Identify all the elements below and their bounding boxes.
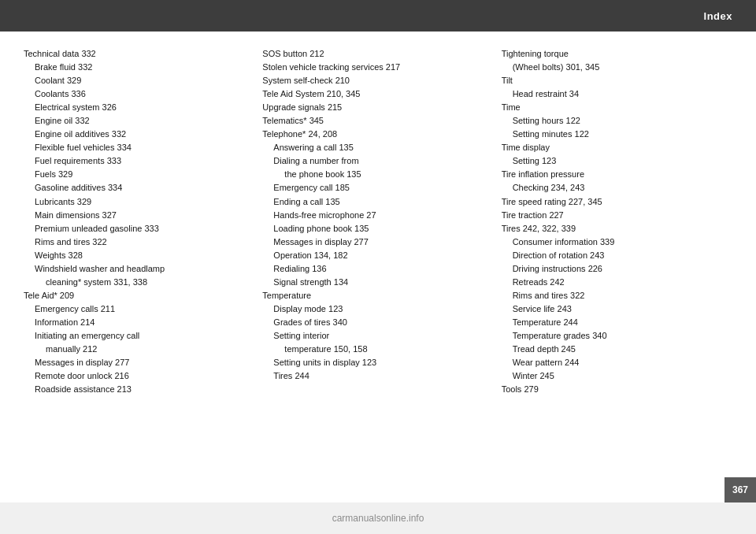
list-item: Operation 134, 182 — [262, 249, 485, 262]
list-item: Head restraint 34 — [502, 87, 724, 101]
list-item: Grades of tires 340 — [262, 316, 485, 329]
list-item: Windshield washer and headlamp — [24, 262, 246, 276]
list-item: Setting 123 — [502, 154, 724, 168]
page-number: 367 — [732, 484, 748, 495]
list-item: Electrical system 326 — [24, 101, 246, 114]
list-item: SOS button 212 — [262, 47, 485, 61]
column-3: Tightening torque(Wheel bolts) 301, 345T… — [494, 47, 732, 487]
list-item: Tire speed rating 227, 345 — [502, 195, 724, 209]
list-item: Retreads 242 — [502, 276, 724, 289]
page-container: Index Technical data 332Brake fluid 332C… — [0, 0, 756, 534]
list-item: Wear pattern 244 — [502, 356, 724, 369]
list-item: Tele Aid System 210, 345 — [262, 87, 485, 101]
list-item: Tire inflation pressure — [502, 168, 724, 181]
list-item: (Wheel bolts) 301, 345 — [502, 61, 724, 74]
list-item: Stolen vehicle tracking services 217 — [262, 61, 485, 74]
list-item: Time — [502, 101, 724, 114]
list-item: Ending a call 135 — [262, 195, 485, 209]
list-item: Remote door unlock 216 — [24, 369, 246, 383]
list-item: Signal strength 134 — [262, 276, 485, 289]
list-item: Messages in display 277 — [24, 356, 246, 369]
list-item: Answering a call 135 — [262, 141, 485, 154]
list-item: Dialing a number from — [262, 154, 485, 168]
list-item: Coolants 336 — [24, 87, 246, 101]
list-item: Rims and tires 322 — [24, 235, 246, 249]
column-1: Technical data 332Brake fluid 332Coolant… — [24, 47, 254, 487]
list-item: Emergency call 185 — [262, 181, 485, 195]
list-item: cleaning* system 331, 338 — [24, 276, 246, 289]
list-item: Technical data 332 — [24, 47, 246, 61]
list-item: Checking 234, 243 — [502, 181, 724, 195]
list-item: Telematics* 345 — [262, 114, 485, 128]
list-item: Emergency calls 211 — [24, 302, 246, 316]
list-item: Tilt — [502, 74, 724, 87]
list-item: Hands-free microphone 27 — [262, 209, 485, 222]
list-item: Coolant 329 — [24, 74, 246, 87]
list-item: Fuel requirements 333 — [24, 154, 246, 168]
list-item: Weights 328 — [24, 249, 246, 262]
list-item: Redialing 136 — [262, 262, 485, 276]
list-item: Gasoline additives 334 — [24, 181, 246, 195]
header-bar: Index — [0, 0, 756, 32]
list-item: Time display — [502, 141, 724, 154]
list-item: Engine oil additives 332 — [24, 128, 246, 141]
list-item: Service life 243 — [502, 302, 724, 316]
header-title: Index — [704, 10, 732, 22]
list-item: Main dimensions 327 — [24, 209, 246, 222]
list-item: Tools 279 — [502, 383, 724, 396]
list-item: Loading phone book 135 — [262, 222, 485, 235]
watermark-text: carmanualsonline.info — [332, 513, 424, 524]
list-item: Winter 245 — [502, 369, 724, 383]
list-item: Temperature — [262, 289, 485, 302]
list-item: Driving instructions 226 — [502, 262, 724, 276]
list-item: Information 214 — [24, 316, 246, 329]
column-2: SOS button 212Stolen vehicle tracking se… — [254, 47, 493, 487]
content-area: Technical data 332Brake fluid 332Coolant… — [0, 32, 756, 502]
list-item: Engine oil 332 — [24, 114, 246, 128]
list-item: Setting units in display 123 — [262, 356, 485, 369]
list-item: System self-check 210 — [262, 74, 485, 87]
list-item: Premium unleaded gasoline 333 — [24, 222, 246, 235]
list-item: Setting interior — [262, 329, 485, 343]
page-number-tab: 367 — [724, 477, 756, 502]
list-item: Consumer information 339 — [502, 235, 724, 249]
list-item: Display mode 123 — [262, 302, 485, 316]
list-item: Temperature grades 340 — [502, 329, 724, 343]
list-item: Direction of rotation 243 — [502, 249, 724, 262]
list-item: Roadside assistance 213 — [24, 383, 246, 396]
list-item: Setting hours 122 — [502, 114, 724, 128]
list-item: Rims and tires 322 — [502, 289, 724, 302]
list-item: Tightening torque — [502, 47, 724, 61]
list-item: Setting minutes 122 — [502, 128, 724, 141]
list-item: Fuels 329 — [24, 168, 246, 181]
list-item: Telephone* 24, 208 — [262, 128, 485, 141]
list-item: Temperature 244 — [502, 316, 724, 329]
list-item: Flexible fuel vehicles 334 — [24, 141, 246, 154]
list-item: Lubricants 329 — [24, 195, 246, 209]
list-item: temperature 150, 158 — [262, 343, 485, 356]
list-item: Tread depth 245 — [502, 343, 724, 356]
list-item: Tires 244 — [262, 369, 485, 383]
list-item: Brake fluid 332 — [24, 61, 246, 74]
bottom-bar: carmanualsonline.info — [0, 502, 756, 534]
list-item: Initiating an emergency call — [24, 329, 246, 343]
list-item: Tele Aid* 209 — [24, 289, 246, 302]
list-item: Messages in display 277 — [262, 235, 485, 249]
list-item: manually 212 — [24, 343, 246, 356]
list-item: Tires 242, 322, 339 — [502, 222, 724, 235]
list-item: the phone book 135 — [262, 168, 485, 181]
list-item: Tire traction 227 — [502, 209, 724, 222]
list-item: Upgrade signals 215 — [262, 101, 485, 114]
